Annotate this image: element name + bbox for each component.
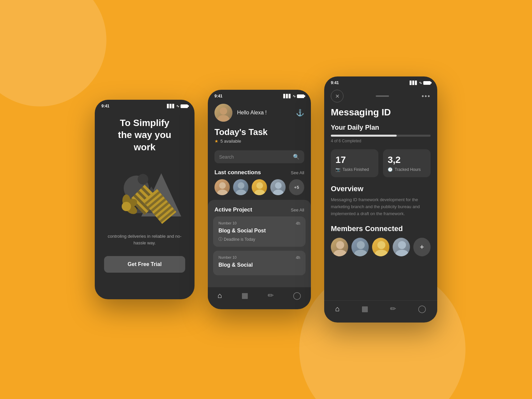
project-hours-1: 4h: [296, 221, 300, 226]
battery-icon-3: [423, 81, 431, 85]
project-name-1: Blog & Social Post: [218, 228, 300, 234]
signal-icon-1: ▋▋▋: [167, 104, 175, 108]
svg-point-20: [220, 107, 227, 115]
phone3-top-bar: ✕ •••: [324, 87, 437, 104]
bottom-nav-2: ⌂ ▦ ✏ ◯: [208, 287, 311, 305]
members-title: Members Connected: [331, 224, 431, 233]
svg-point-23: [217, 190, 228, 195]
stat-card-tasks: 17 📷 Tasks Finished: [331, 149, 378, 177]
daily-plan-title: Your Daily Plan: [331, 124, 431, 131]
active-project-section: Active Project See All Number 10 4h Blog…: [208, 200, 311, 287]
overview-title: Overview: [331, 185, 431, 193]
nav-layers-3[interactable]: ▦: [361, 305, 368, 313]
camera-icon: 📷: [335, 167, 340, 172]
nav-layers-2[interactable]: ▦: [241, 291, 248, 300]
project-card-2: Number 10 4h Blog & Social: [213, 251, 306, 275]
stat-number-hours: 3,2: [388, 155, 426, 165]
see-all-projects[interactable]: See All: [291, 207, 304, 212]
phone-3: 9:41 ▋▋▋ ∿ ✕ ••• Messaging ID Your Daily…: [324, 76, 437, 323]
connection-avatar-4: [270, 179, 286, 195]
battery-icon-2: [297, 94, 304, 98]
member-avatar-3: [372, 238, 389, 256]
status-icons-3: ▋▋▋ ∿: [410, 81, 431, 85]
svg-point-27: [254, 190, 265, 195]
stat-card-hours: 3,2 🕐 Tracked Hours: [383, 149, 431, 177]
status-bar-3: 9:41 ▋▋▋ ∿: [324, 76, 437, 87]
nav-home-3[interactable]: ⌂: [335, 305, 339, 313]
project-number-2: Number 10: [218, 255, 236, 259]
wifi-icon-2: ∿: [293, 94, 296, 98]
close-button[interactable]: ✕: [331, 90, 343, 102]
project-number-1: Number 10: [218, 221, 236, 225]
stat-number-tasks: 17: [335, 155, 374, 165]
svg-point-19: [138, 174, 148, 185]
time-3: 9:41: [331, 80, 339, 85]
available-count: 5 available: [220, 139, 241, 144]
connection-avatar-3: [252, 179, 267, 195]
svg-point-32: [357, 241, 365, 249]
wifi-icon-3: ∿: [419, 81, 422, 85]
phone1-content: To Simplify the way you work: [95, 110, 195, 295]
phone1-title: To Simplify the way you work: [118, 117, 171, 153]
project-card-1-top: Number 10 4h: [218, 221, 300, 226]
see-all-connections[interactable]: See All: [291, 170, 304, 175]
project-hours-2: 4h: [296, 255, 300, 260]
stat-label-hours: 🕐 Tracked Hours: [388, 167, 426, 172]
battery-icon-1: [181, 104, 188, 108]
info-icon-1: ⓘ: [218, 236, 222, 242]
time-2: 9:41: [214, 94, 222, 98]
bottom-nav-3: ⌂ ▦ ✏ ◯: [324, 300, 437, 319]
greeting-text: Hello Alexa !: [237, 110, 296, 116]
illustration-svg: [108, 163, 181, 226]
phone2-header: Hello Alexa ! ⚓: [208, 100, 311, 125]
phone3-scroll-content: Messaging ID Your Daily Plan 4 of 6 Comp…: [324, 104, 437, 300]
stats-row: 17 📷 Tasks Finished 3,2 🕐 Tracked Hours: [331, 149, 431, 177]
add-member-button[interactable]: +: [413, 238, 431, 256]
member-avatar-2: [351, 238, 369, 256]
svg-point-24: [238, 182, 244, 189]
todays-task-title: Today's Task: [214, 127, 304, 137]
status-icons-2: ▋▋▋ ∿: [283, 94, 304, 98]
get-free-trial-button[interactable]: Get Free Trial: [104, 256, 185, 273]
svg-point-26: [256, 182, 263, 189]
phone-2: 9:41 ▋▋▋ ∿ Hello Alexa ! ⚓ Today's Ta: [208, 90, 311, 309]
svg-point-31: [333, 250, 347, 256]
search-placeholder: Search: [219, 154, 290, 160]
svg-point-37: [395, 250, 409, 256]
search-icon: 🔍: [293, 154, 300, 160]
last-connections-title: Last connections: [214, 169, 261, 176]
signal-icon-2: ▋▋▋: [283, 94, 291, 98]
member-avatar-4: [393, 238, 410, 256]
nav-home-2[interactable]: ⌂: [217, 291, 222, 300]
svg-point-35: [375, 250, 388, 256]
more-options-button[interactable]: •••: [422, 92, 431, 100]
search-bar[interactable]: Search 🔍: [214, 150, 304, 163]
connection-avatar-1: [214, 179, 230, 195]
status-bar-1: 9:41 ▋▋▋ ∿: [95, 100, 195, 110]
status-bar-2: 9:41 ▋▋▋ ∿: [208, 90, 311, 100]
svg-point-25: [236, 190, 246, 195]
svg-point-11: [122, 202, 131, 211]
phone2-content: Hello Alexa ! ⚓ Today's Task ★ 5 availab…: [208, 100, 311, 305]
svg-point-33: [354, 250, 367, 256]
phone3-content: ✕ ••• Messaging ID Your Daily Plan 4 of …: [324, 87, 437, 319]
wifi-icon-1: ∿: [176, 104, 179, 108]
signal-icon-3: ▋▋▋: [410, 81, 418, 85]
nav-clipboard-2[interactable]: ✏: [268, 291, 274, 300]
nav-clipboard-3[interactable]: ✏: [390, 305, 396, 313]
stat-label-tasks: 📷 Tasks Finished: [335, 167, 374, 172]
bg-blob-1: [0, 0, 106, 106]
overview-text: Messaging ID framework development for t…: [331, 197, 431, 217]
svg-point-29: [273, 190, 284, 195]
todays-task-section: Today's Task ★ 5 available: [208, 125, 311, 148]
last-connections-header: Last connections See All: [208, 168, 311, 179]
member-avatar-1: [331, 238, 348, 256]
bell-icon[interactable]: ⚓: [296, 109, 304, 117]
progress-bar-fill: [331, 135, 397, 137]
svg-point-28: [275, 182, 282, 189]
nav-user-3[interactable]: ◯: [418, 305, 426, 313]
project-card-2-top: Number 10 4h: [218, 255, 300, 260]
connection-avatar-2: [233, 179, 248, 195]
nav-user-2[interactable]: ◯: [293, 291, 301, 300]
members-row: +: [331, 238, 431, 256]
